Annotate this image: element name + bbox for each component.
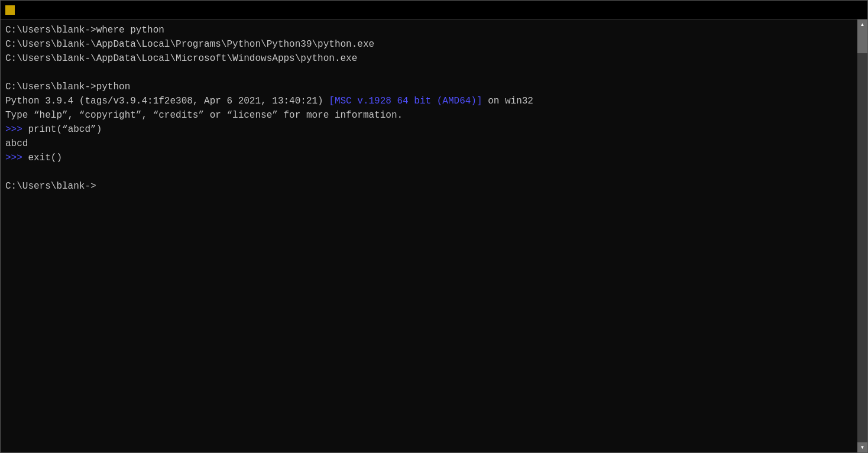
terminal-line: C:\Users\blank->python [5,80,853,94]
window-icon [5,5,15,15]
scrollbar: ▲ ▼ [857,20,867,452]
close-button[interactable] [835,1,863,20]
python-prompt: >>> [5,153,22,163]
terminal-line: C:\Users\blank-\AppData\Local\Programs\P… [5,37,853,51]
content-area: C:\Users\blank->where pythonC:\Users\bla… [1,20,867,452]
terminal-line: >>> print(“abcd”) [5,122,853,137]
scroll-track[interactable] [857,30,867,442]
terminal-line: >>> exit() [5,151,853,165]
terminal-line: C:\Users\blank-> [5,179,853,193]
terminal-output[interactable]: C:\Users\blank->where pythonC:\Users\bla… [1,20,857,452]
terminal-line: C:\Users\blank-\AppData\Local\Microsoft\… [5,51,853,66]
terminal-line: Python 3.9.4 (tags/v3.9.4:1f2e308, Apr 6… [5,94,853,108]
terminal-line: abcd [5,137,853,151]
maximize-button[interactable] [808,1,835,20]
msc-bracket: [MSC v.1928 64 bit (AMD64)] [329,96,482,106]
terminal-line [5,66,853,80]
terminal-line: C:\Users\blank->where python [5,23,853,37]
window-controls [781,1,863,20]
scroll-up-button[interactable]: ▲ [857,20,867,30]
minimize-button[interactable] [781,1,808,20]
terminal-line: Type “help”, “copyright”, “credits” or “… [5,108,853,122]
scroll-thumb[interactable] [857,30,867,53]
cmd-window: C:\Users\blank->where pythonC:\Users\bla… [0,0,868,453]
title-bar [1,1,867,20]
python-prompt: >>> [5,124,22,135]
terminal-line [5,193,853,208]
scroll-down-button[interactable]: ▼ [857,442,867,452]
terminal-line [5,165,853,179]
